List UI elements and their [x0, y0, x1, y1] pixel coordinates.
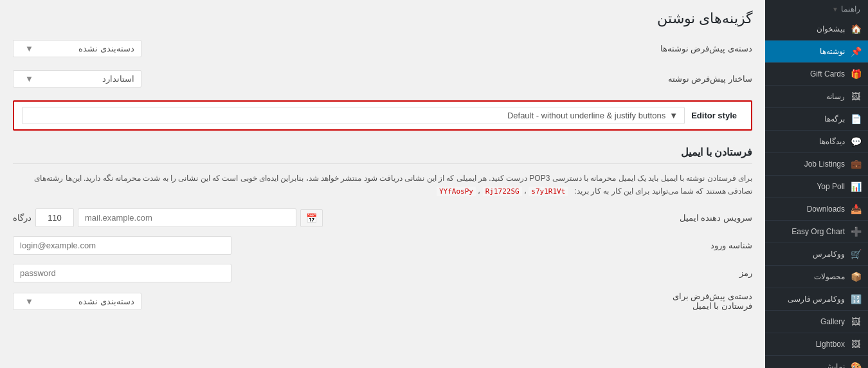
sidebar-item-woocommerce-fa[interactable]: 🔢 ووکامرس فارسی	[765, 288, 868, 311]
code-3: s7y1R1Vt	[529, 187, 568, 196]
mail-server-row: سرویس دهنده ایمیل 📅 درگاه	[13, 208, 752, 227]
sidebar-item-comments[interactable]: 💬 دیدگاه‌ها	[765, 131, 868, 153]
editor-style-select[interactable]: ▼ Default - without underline & justify …	[22, 107, 685, 124]
default-email-category-row: دسته‌ی پیش‌فرض برای فرستادن با ایمیل دست…	[13, 291, 752, 311]
default-email-category-label: دسته‌ی پیش‌فرض برای فرستادن با ایمیل	[624, 291, 752, 311]
sidebar-item-yop-poll[interactable]: 📊 Yop Poll	[765, 176, 868, 198]
sidebar-label-yop-poll: Yop Poll	[772, 182, 845, 191]
port-input[interactable]	[35, 208, 74, 227]
code-1: YYfAosPy	[437, 187, 476, 196]
woocommerce-fa-icon: 🔢	[850, 293, 862, 305]
dashboard-icon: 🏠	[850, 23, 862, 35]
content-area: گزینه‌های نوشتن دسته‌ی پیش‌فرض نوشته‌ها …	[0, 0, 765, 368]
sidebar-label-pages: برگه‌ها	[772, 115, 845, 124]
email-info-text: برای فرستادن نوشته با ایمیل باید یک ایمی…	[13, 172, 752, 198]
code-2: Rj1722SG	[483, 187, 522, 196]
password-input[interactable]	[13, 264, 231, 282]
products-icon: 📦	[850, 271, 862, 282]
default-email-category-control: دسته‌بندی نشده ▼	[13, 293, 611, 310]
login-row: شناسه ورود	[13, 236, 752, 255]
default-category-value: دسته‌بندی نشده	[78, 44, 134, 53]
login-input-wrap	[13, 236, 613, 255]
lightbox-icon: 🖼	[850, 338, 862, 350]
sidebar-label-appearance: نمایش	[772, 362, 845, 368]
breadcrumb-item: راهنما	[841, 5, 860, 14]
media-icon: 🖼	[850, 91, 862, 102]
default-format-select[interactable]: استاندارد ▼	[13, 70, 141, 87]
default-category-label: دسته‌ی پیش‌فرض نوشته‌ها	[624, 44, 752, 53]
sidebar-item-lightbox[interactable]: 🖼 Lightbox	[765, 333, 868, 356]
sidebar-item-job-listings[interactable]: 💼 Job Listings	[765, 153, 868, 176]
sidebar-label-job-listings: Job Listings	[772, 160, 845, 169]
sidebar-item-pages[interactable]: 📄 برگه‌ها	[765, 108, 868, 131]
default-format-value: استاندارد	[102, 74, 134, 84]
email-cat-label-2: فرستادن با ایمیل	[692, 301, 752, 311]
sidebar-label-gallery: Gallery	[772, 317, 845, 326]
mail-server-label: سرویس دهنده ایمیل	[624, 213, 752, 223]
password-input-wrap	[13, 264, 613, 282]
email-cat-label-1: دسته‌ی پیش‌فرض برای	[673, 291, 752, 301]
chevron-down-icon: ▼	[25, 44, 33, 53]
sidebar-item-dashboard[interactable]: 🏠 پیشخوان	[765, 18, 868, 41]
mail-server-input-wrap: 📅 درگاه	[13, 208, 613, 227]
pages-icon: 📄	[850, 113, 862, 125]
default-email-category-select[interactable]: دسته‌بندی نشده ▼	[13, 293, 141, 310]
easy-org-chart-icon: ➕	[850, 226, 862, 237]
sidebar-label-lightbox: Lightbox	[772, 340, 845, 349]
sidebar-label-woocommerce-fa: ووکامرس فارسی	[772, 295, 845, 304]
password-label: رمز	[624, 268, 752, 278]
sidebar-item-gift-cards[interactable]: 🎁 Gift Cards	[765, 63, 868, 86]
downloads-icon: 📥	[850, 203, 862, 215]
appearance-icon: 🎨	[850, 361, 862, 368]
editor-style-label: Editor style	[691, 111, 737, 120]
posts-icon: 📌	[850, 46, 862, 57]
sidebar-label-dashboard: پیشخوان	[772, 24, 845, 33]
default-email-category-value: دسته‌بندی نشده	[78, 297, 134, 306]
sidebar-item-posts[interactable]: 📌 نوشته‌ها	[765, 41, 868, 63]
sidebar-item-easy-org-chart[interactable]: ➕ Easy Org Chart	[765, 221, 868, 243]
editor-style-arrow: ▼	[669, 111, 678, 120]
port-label: درگاه	[13, 213, 32, 223]
default-category-select[interactable]: دسته‌بندی نشده ▼	[13, 40, 141, 57]
email-info-content: برای فرستادن نوشته با ایمیل باید یک ایمی…	[34, 174, 752, 196]
sidebar-label-easy-org-chart: Easy Org Chart	[772, 227, 845, 236]
breadcrumb-arrow: ▼	[832, 6, 838, 13]
breadcrumb-bar: راهنما ▼	[765, 0, 868, 18]
default-format-control: استاندارد ▼	[13, 70, 611, 87]
login-input[interactable]	[13, 236, 231, 255]
mail-server-input[interactable]	[78, 208, 296, 227]
comments-icon: 💬	[850, 136, 862, 147]
editor-style-value: Default - without underline & justify bu…	[507, 111, 665, 120]
sidebar-item-gallery[interactable]: 🖼 Gallery	[765, 311, 868, 333]
sidebar-item-woocommerce[interactable]: 🛒 ووکامرس	[765, 243, 868, 266]
main-content: گزینه‌های نوشتن دسته‌ی پیش‌فرض نوشته‌ها …	[0, 0, 765, 368]
sidebar-label-products: محصولات	[772, 272, 845, 281]
job-listings-icon: 💼	[850, 158, 862, 170]
page-title: گزینه‌های نوشتن	[13, 10, 752, 27]
editor-style-row: Editor style ▼ Default - without underli…	[13, 100, 752, 131]
woocommerce-icon: 🛒	[850, 248, 862, 260]
gift-cards-icon: 🎁	[850, 68, 862, 80]
calendar-icon[interactable]: 📅	[300, 209, 323, 227]
sidebar-label-comments: دیدگاه‌ها	[772, 137, 845, 146]
sidebar-label-posts: نوشته‌ها	[772, 47, 845, 56]
chevron-down-icon2: ▼	[25, 74, 33, 84]
password-row: رمز	[13, 264, 752, 282]
sidebar-item-downloads[interactable]: 📥 Downloads	[765, 198, 868, 221]
sidebar-label-media: رسانه	[772, 92, 845, 101]
yop-poll-icon: 📊	[850, 181, 862, 192]
default-format-row: ساختار پیش‌فرض نوشته استاندارد ▼	[13, 70, 752, 87]
default-category-row: دسته‌ی پیش‌فرض نوشته‌ها دسته‌بندی نشده ▼	[13, 40, 752, 57]
default-category-control: دسته‌بندی نشده ▼	[13, 40, 611, 57]
sidebar-item-media[interactable]: 🖼 رسانه	[765, 86, 868, 108]
email-section-title: فرستادن با ایمیل	[13, 146, 752, 164]
chevron-down-icon3: ▼	[25, 297, 33, 306]
sidebar-label-woocommerce: ووکامرس	[772, 250, 845, 259]
sidebar-label-downloads: Downloads	[772, 205, 845, 214]
sidebar: راهنما ▼ 🏠 پیشخوان 📌 نوشته‌ها 🎁 Gift Car…	[765, 0, 868, 368]
sidebar-item-products[interactable]: 📦 محصولات	[765, 266, 868, 288]
login-label: شناسه ورود	[624, 241, 752, 250]
sidebar-label-gift-cards: Gift Cards	[772, 69, 845, 78]
gallery-icon: 🖼	[850, 316, 862, 327]
sidebar-item-appearance[interactable]: 🎨 نمایش	[765, 356, 868, 368]
